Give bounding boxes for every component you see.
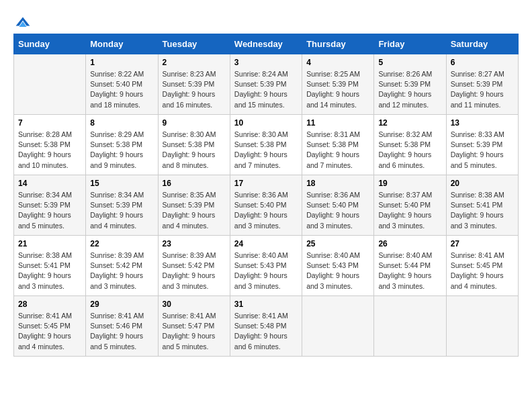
header-day-sunday: Sunday <box>14 34 86 54</box>
header-day-saturday: Saturday <box>446 34 518 54</box>
day-number: 8 <box>90 118 153 128</box>
day-number: 10 <box>234 118 298 128</box>
calendar-week-row: 21Sunrise: 8:38 AM Sunset: 5:41 PM Dayli… <box>14 236 519 296</box>
logo <box>13 13 31 27</box>
calendar-cell: 15Sunrise: 8:34 AM Sunset: 5:39 PM Dayli… <box>86 175 158 236</box>
day-info: Sunrise: 8:34 AM Sunset: 5:39 PM Dayligh… <box>18 190 81 231</box>
day-number: 12 <box>378 118 441 128</box>
calendar-cell: 10Sunrise: 8:30 AM Sunset: 5:38 PM Dayli… <box>230 115 302 175</box>
day-number: 16 <box>163 179 226 188</box>
day-number: 27 <box>451 239 514 248</box>
day-info: Sunrise: 8:40 AM Sunset: 5:43 PM Dayligh… <box>234 250 298 291</box>
calendar-cell: 17Sunrise: 8:36 AM Sunset: 5:40 PM Dayli… <box>230 175 302 236</box>
header-day-monday: Monday <box>86 34 158 54</box>
calendar-cell: 3Sunrise: 8:24 AM Sunset: 5:39 PM Daylig… <box>230 54 302 115</box>
calendar-table: SundayMondayTuesdayWednesdayThursdayFrid… <box>13 34 519 357</box>
calendar-cell: 8Sunrise: 8:29 AM Sunset: 5:38 PM Daylig… <box>86 115 158 175</box>
day-number: 24 <box>234 239 298 248</box>
calendar-week-row: 1Sunrise: 8:22 AM Sunset: 5:40 PM Daylig… <box>14 54 519 115</box>
day-info: Sunrise: 8:33 AM Sunset: 5:39 PM Dayligh… <box>451 130 514 171</box>
calendar-cell: 12Sunrise: 8:32 AM Sunset: 5:38 PM Dayli… <box>374 115 446 175</box>
calendar-week-row: 7Sunrise: 8:28 AM Sunset: 5:38 PM Daylig… <box>14 115 519 175</box>
day-info: Sunrise: 8:27 AM Sunset: 5:39 PM Dayligh… <box>451 69 514 110</box>
day-info: Sunrise: 8:35 AM Sunset: 5:39 PM Dayligh… <box>163 190 226 231</box>
calendar-cell: 30Sunrise: 8:41 AM Sunset: 5:47 PM Dayli… <box>158 296 230 357</box>
day-info: Sunrise: 8:26 AM Sunset: 5:39 PM Dayligh… <box>378 69 441 110</box>
day-number: 21 <box>18 239 81 248</box>
calendar-cell: 1Sunrise: 8:22 AM Sunset: 5:40 PM Daylig… <box>86 54 158 115</box>
day-number: 3 <box>234 58 298 67</box>
calendar-cell: 18Sunrise: 8:36 AM Sunset: 5:40 PM Dayli… <box>302 175 374 236</box>
header-day-wednesday: Wednesday <box>230 34 302 54</box>
day-info: Sunrise: 8:41 AM Sunset: 5:46 PM Dayligh… <box>90 311 153 352</box>
day-info: Sunrise: 8:28 AM Sunset: 5:38 PM Dayligh… <box>18 130 81 171</box>
calendar-cell: 27Sunrise: 8:41 AM Sunset: 5:45 PM Dayli… <box>446 236 518 296</box>
day-number: 31 <box>234 300 298 309</box>
day-number: 19 <box>378 179 441 188</box>
day-number: 28 <box>18 300 81 309</box>
day-number: 13 <box>451 118 514 128</box>
calendar-cell: 2Sunrise: 8:23 AM Sunset: 5:39 PM Daylig… <box>158 54 230 115</box>
calendar-cell: 7Sunrise: 8:28 AM Sunset: 5:38 PM Daylig… <box>14 115 86 175</box>
header-day-friday: Friday <box>374 34 446 54</box>
day-info: Sunrise: 8:22 AM Sunset: 5:40 PM Dayligh… <box>90 69 153 110</box>
header-day-thursday: Thursday <box>302 34 374 54</box>
calendar-cell: 25Sunrise: 8:40 AM Sunset: 5:43 PM Dayli… <box>302 236 374 296</box>
day-info: Sunrise: 8:23 AM Sunset: 5:39 PM Dayligh… <box>163 69 226 110</box>
day-info: Sunrise: 8:40 AM Sunset: 5:44 PM Dayligh… <box>378 250 441 291</box>
day-number: 14 <box>18 179 81 188</box>
calendar-cell: 9Sunrise: 8:30 AM Sunset: 5:38 PM Daylig… <box>158 115 230 175</box>
calendar-cell: 26Sunrise: 8:40 AM Sunset: 5:44 PM Dayli… <box>374 236 446 296</box>
day-info: Sunrise: 8:41 AM Sunset: 5:48 PM Dayligh… <box>234 311 298 352</box>
calendar-cell: 5Sunrise: 8:26 AM Sunset: 5:39 PM Daylig… <box>374 54 446 115</box>
calendar-week-row: 28Sunrise: 8:41 AM Sunset: 5:45 PM Dayli… <box>14 296 519 357</box>
day-info: Sunrise: 8:36 AM Sunset: 5:40 PM Dayligh… <box>234 190 298 231</box>
day-info: Sunrise: 8:30 AM Sunset: 5:38 PM Dayligh… <box>163 130 226 171</box>
day-number: 25 <box>306 239 369 248</box>
day-number: 11 <box>306 118 369 128</box>
calendar-cell <box>446 296 518 357</box>
calendar-cell: 20Sunrise: 8:38 AM Sunset: 5:41 PM Dayli… <box>446 175 518 236</box>
day-number: 29 <box>90 300 153 309</box>
calendar-cell: 16Sunrise: 8:35 AM Sunset: 5:39 PM Dayli… <box>158 175 230 236</box>
day-number: 17 <box>234 179 298 188</box>
day-number: 7 <box>18 118 81 128</box>
day-number: 26 <box>378 239 441 248</box>
page-header <box>13 13 519 27</box>
day-info: Sunrise: 8:38 AM Sunset: 5:41 PM Dayligh… <box>18 250 81 291</box>
calendar-cell: 19Sunrise: 8:37 AM Sunset: 5:40 PM Dayli… <box>374 175 446 236</box>
day-info: Sunrise: 8:24 AM Sunset: 5:39 PM Dayligh… <box>234 69 298 110</box>
day-info: Sunrise: 8:39 AM Sunset: 5:42 PM Dayligh… <box>90 250 153 291</box>
header-day-tuesday: Tuesday <box>158 34 230 54</box>
day-number: 20 <box>451 179 514 188</box>
day-number: 1 <box>90 58 153 67</box>
calendar-cell <box>302 296 374 357</box>
day-number: 18 <box>306 179 369 188</box>
calendar-cell: 23Sunrise: 8:39 AM Sunset: 5:42 PM Dayli… <box>158 236 230 296</box>
logo-icon <box>15 13 31 30</box>
calendar-week-row: 14Sunrise: 8:34 AM Sunset: 5:39 PM Dayli… <box>14 175 519 236</box>
calendar-cell: 24Sunrise: 8:40 AM Sunset: 5:43 PM Dayli… <box>230 236 302 296</box>
day-info: Sunrise: 8:34 AM Sunset: 5:39 PM Dayligh… <box>90 190 153 231</box>
calendar-cell: 21Sunrise: 8:38 AM Sunset: 5:41 PM Dayli… <box>14 236 86 296</box>
calendar-cell: 6Sunrise: 8:27 AM Sunset: 5:39 PM Daylig… <box>446 54 518 115</box>
calendar-cell: 29Sunrise: 8:41 AM Sunset: 5:46 PM Dayli… <box>86 296 158 357</box>
day-info: Sunrise: 8:41 AM Sunset: 5:47 PM Dayligh… <box>163 311 226 352</box>
calendar-cell <box>14 54 86 115</box>
calendar-cell: 11Sunrise: 8:31 AM Sunset: 5:38 PM Dayli… <box>302 115 374 175</box>
day-number: 6 <box>451 58 514 67</box>
day-info: Sunrise: 8:30 AM Sunset: 5:38 PM Dayligh… <box>234 130 298 171</box>
calendar-cell: 13Sunrise: 8:33 AM Sunset: 5:39 PM Dayli… <box>446 115 518 175</box>
day-info: Sunrise: 8:41 AM Sunset: 5:45 PM Dayligh… <box>451 250 514 291</box>
calendar-cell: 31Sunrise: 8:41 AM Sunset: 5:48 PM Dayli… <box>230 296 302 357</box>
day-number: 5 <box>378 58 441 67</box>
day-number: 2 <box>163 58 226 67</box>
day-info: Sunrise: 8:25 AM Sunset: 5:39 PM Dayligh… <box>306 69 369 110</box>
day-number: 22 <box>90 239 153 248</box>
calendar-cell: 14Sunrise: 8:34 AM Sunset: 5:39 PM Dayli… <box>14 175 86 236</box>
calendar-cell <box>374 296 446 357</box>
day-info: Sunrise: 8:39 AM Sunset: 5:42 PM Dayligh… <box>163 250 226 291</box>
day-number: 15 <box>90 179 153 188</box>
day-number: 30 <box>163 300 226 309</box>
day-number: 9 <box>163 118 226 128</box>
